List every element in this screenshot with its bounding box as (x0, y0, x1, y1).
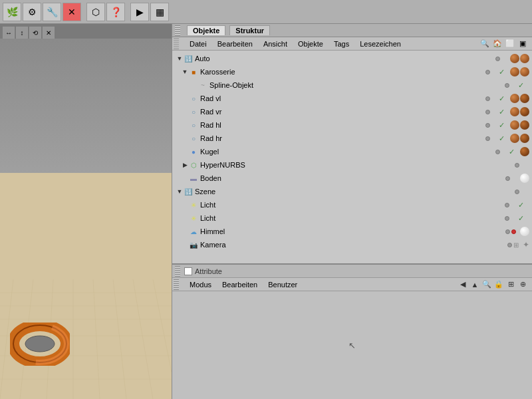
attribute-title: Attribute (195, 267, 222, 275)
toolbar-icon-8[interactable]: ▦ (150, 3, 169, 21)
tree-label-rad-hr: Rad hr (200, 134, 483, 142)
tree-icon-rad-hl: ○ (188, 120, 199, 130)
attr-btn-back[interactable]: ◀ (458, 279, 468, 290)
tree-label-rad-vr: Rad vr (200, 108, 483, 116)
main-area: ↔ ↕ ⟲ ✕ Objekte Struktur Datei Bearbeite… (0, 24, 532, 399)
toolbar-icon-5[interactable]: ⬡ (86, 3, 105, 21)
collapse-icon[interactable]: ▣ (517, 39, 528, 49)
objects-menubar: Datei Bearbeiten Ansicht Objekte Tags Le… (172, 37, 532, 51)
attr-btn-up[interactable]: ▲ (469, 279, 480, 290)
tree-item-rad-vl[interactable]: ○ Rad vl ✓ (172, 92, 532, 105)
ball1-himmel (520, 227, 529, 236)
attr-btn-lock[interactable]: 🔒 (493, 279, 504, 290)
dot2-auto (501, 57, 506, 61)
toolbar-icon-1[interactable]: 🌿 (3, 3, 21, 21)
tree-item-rad-hr[interactable]: ○ Rad hr ✓ (172, 132, 532, 145)
tree-item-rad-hl[interactable]: ○ Rad hl ✓ (172, 118, 532, 132)
dot1-kamera (507, 243, 512, 247)
nav-move-btn[interactable]: ↔ (3, 27, 15, 39)
check-rad-vr: ✓ (499, 108, 505, 116)
search-area: 🔍 🏠 ⬜ ▣ (479, 39, 531, 49)
menu-ansicht[interactable]: Ansicht (261, 39, 290, 49)
svg-line-10 (93, 279, 100, 399)
menubar-grip (174, 39, 179, 49)
tree-item-licht2[interactable]: ✳ Licht ✓ (172, 211, 532, 225)
menu-bearbeiten-attr[interactable]: Bearbeiten (219, 280, 260, 289)
tree-arrow-karosserie: ▼ (182, 68, 188, 75)
dot1-licht2 (505, 216, 509, 221)
tree-item-hypernurbs[interactable]: ▶ ⬡ HyperNURBS (172, 158, 532, 172)
dot1-auto (495, 57, 500, 61)
toolbar-icon-4[interactable]: ✕ (63, 3, 81, 21)
tree-label-spline: Spline-Objekt (209, 81, 502, 89)
dot1-karosserie (485, 70, 490, 74)
tree-label-boden: Boden (200, 174, 503, 182)
torus-3d-object (10, 323, 70, 366)
tree-item-auto[interactable]: ▼ 🔢 Auto (172, 52, 532, 65)
tree-balls-kamera: ✦ (521, 240, 531, 249)
tree-item-kugel[interactable]: ● Kugel ✓ (172, 145, 532, 158)
check-rad-hl: ✓ (499, 121, 505, 130)
attribute-checkbox[interactable] (184, 267, 192, 275)
tree-item-licht1[interactable]: ✳ Licht ✓ (172, 198, 532, 211)
tree-item-rad-vr[interactable]: ○ Rad vr ✓ (172, 105, 532, 118)
search-icon[interactable]: 🔍 (479, 39, 490, 49)
nav-orbit-btn[interactable]: ↕ (16, 27, 28, 39)
toolbar-icon-7[interactable]: ▶ (130, 3, 149, 21)
tree-icon-szene: 🔢 (183, 186, 194, 197)
toolbar-icon-2[interactable]: ⚙ (23, 3, 41, 21)
menu-lesezeichen[interactable]: Lesezeichen (357, 39, 404, 49)
tree-dots-licht1: ✓ (502, 201, 528, 209)
dot2-himmel (511, 229, 516, 234)
attr-btn-expand[interactable]: ⊞ (505, 279, 516, 290)
tree-label-licht2: Licht (200, 214, 502, 222)
tree-item-kamera[interactable]: 📷 Kamera ⊞ ✦ (172, 238, 532, 251)
expand-icon[interactable]: ⬜ (505, 39, 515, 49)
tree-list: ▼ 🔢 Auto ▼ (172, 51, 532, 263)
menu-bearbeiten[interactable]: Bearbeiten (215, 39, 255, 49)
menu-datei[interactable]: Datei (187, 39, 209, 49)
dot1-hypernurbs (515, 163, 519, 168)
nav-rotate-btn[interactable]: ⟲ (29, 27, 41, 39)
check-rad-vl: ✓ (499, 94, 505, 103)
tree-label-kugel: Kugel (200, 148, 493, 156)
toolbar-icon-6[interactable]: ❓ (106, 3, 125, 21)
tree-dots-spline: ✓ (502, 81, 528, 90)
titlebar-grip (175, 25, 180, 36)
dot1-spline (505, 83, 509, 88)
dot1-rad-hl (485, 123, 490, 128)
menu-benutzer[interactable]: Benutzer (265, 280, 300, 289)
tree-item-spline[interactable]: ~ Spline-Objekt ✓ (172, 78, 532, 92)
tab-struktur[interactable]: Struktur (229, 25, 270, 35)
menu-objekte[interactable]: Objekte (295, 39, 326, 49)
toolbar-icon-3[interactable]: 🔧 (43, 3, 61, 21)
ball1-boden (520, 174, 529, 183)
attr-btn-add[interactable]: ⊕ (517, 279, 528, 290)
tree-icon-rad-vr: ○ (188, 106, 199, 117)
tree-item-boden[interactable]: ▬ Boden (172, 172, 532, 185)
tree-item-szene[interactable]: ▼ 🔢 Szene (172, 185, 532, 198)
tree-balls-boden (519, 174, 531, 183)
tree-balls-rad-vr (509, 107, 531, 116)
ball2-rad-hr (520, 134, 529, 143)
tree-label-karosserie: Karosserie (200, 68, 483, 76)
tree-dots-licht2: ✓ (502, 214, 528, 223)
tree-dots-karosserie: ✓ (483, 68, 509, 76)
tree-label-szene: Szene (195, 188, 512, 196)
attribute-menubar: Modus Bearbeiten Benutzer ◀ ▲ 🔍 🔒 ⊞ ⊕ (172, 278, 532, 291)
dot1-rad-hr (485, 136, 490, 141)
tab-objekte[interactable]: Objekte (187, 25, 225, 35)
menu-modus[interactable]: Modus (187, 280, 214, 289)
tree-dots-kamera: ⊞ (505, 241, 521, 249)
tree-item-himmel[interactable]: ☁ Himmel (172, 225, 532, 238)
viewport-3d[interactable]: ↔ ↕ ⟲ ✕ (0, 24, 172, 399)
attr-btn-search[interactable]: 🔍 (481, 279, 492, 290)
tree-arrow-szene: ▼ (176, 188, 183, 195)
tree-label-auto: Auto (195, 55, 493, 63)
tree-item-karosserie[interactable]: ▼ ■ Karosserie ✓ (172, 65, 532, 78)
tree-balls-rad-hl (509, 120, 531, 130)
menu-tags[interactable]: Tags (331, 39, 352, 49)
attribute-menubar-grip (174, 279, 179, 290)
nav-close-btn[interactable]: ✕ (43, 27, 55, 39)
home-icon[interactable]: 🏠 (492, 39, 503, 49)
